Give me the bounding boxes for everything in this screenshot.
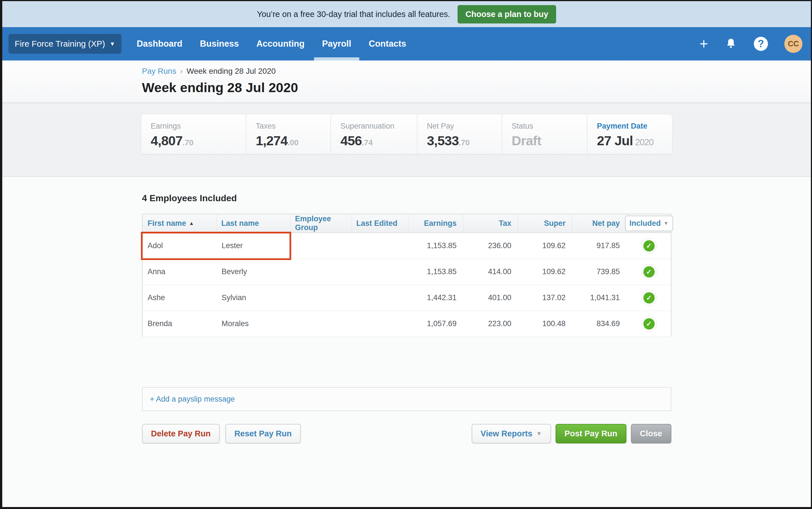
card-earnings: Earnings 4,807.70 <box>141 114 246 154</box>
cell-last-name: Morales <box>217 319 290 328</box>
sort-ascending-icon: ▲ <box>189 220 194 226</box>
trial-message: You’re on a free 30-day trial that inclu… <box>257 10 450 19</box>
chevron-down-icon: ▼ <box>536 431 542 437</box>
cell-net-pay: 917.85 <box>572 241 626 250</box>
nav-menu: Dashboard Business Accounting Payroll Co… <box>137 27 406 61</box>
table-row[interactable]: Anna Beverly 1,153.85 414.00 109.62 739.… <box>142 259 671 285</box>
view-reports-button[interactable]: View Reports ▼ <box>472 424 551 443</box>
table-row[interactable]: Adol Lester 1,153.85 236.00 109.62 917.8… <box>142 233 671 259</box>
cell-earnings: 1,153.85 <box>408 241 463 250</box>
col-header-employee-group[interactable]: Employee Group <box>290 214 352 232</box>
cell-last-name: Sylvian <box>217 293 290 302</box>
cell-earnings: 1,153.85 <box>408 267 463 276</box>
cell-tax: 401.00 <box>463 293 518 302</box>
main-content: 4 Employees Included First name▲ Last na… <box>142 177 671 443</box>
page-title: Week ending 28 Jul 2020 <box>142 80 671 95</box>
col-header-earnings[interactable]: Earnings <box>408 214 463 232</box>
cell-first-name: Adol <box>143 241 217 250</box>
col-header-last-name[interactable]: Last name <box>217 214 290 232</box>
cell-net-pay: 739.85 <box>572 267 626 276</box>
cell-tax: 414.00 <box>463 267 518 276</box>
cell-tax: 236.00 <box>463 241 518 250</box>
delete-pay-run-button[interactable]: Delete Pay Run <box>142 424 220 443</box>
cell-super: 137.02 <box>518 293 572 302</box>
reset-pay-run-button[interactable]: Reset Pay Run <box>225 424 301 443</box>
col-header-super[interactable]: Super <box>518 214 572 232</box>
cell-earnings: 1,057.69 <box>408 319 463 328</box>
cell-first-name: Anna <box>143 267 217 276</box>
cell-super: 109.62 <box>518 241 572 250</box>
col-header-last-edited[interactable]: Last Edited <box>352 214 408 232</box>
card-net-pay: Net Pay 3,533.70 <box>417 114 502 154</box>
avatar[interactable]: CC <box>784 35 802 53</box>
plus-icon[interactable]: + <box>700 36 708 51</box>
summary-band: Earnings 4,807.70 Taxes 1,274.00 Superan… <box>2 103 811 177</box>
action-bar: Delete Pay Run Reset Pay Run View Report… <box>142 424 671 443</box>
close-button[interactable]: Close <box>631 424 671 443</box>
table-row[interactable]: Ashe Sylvian 1,442.31 401.00 137.02 1,04… <box>142 285 671 311</box>
nav-item-business[interactable]: Business <box>200 27 239 61</box>
org-name: Fire Force Training (XP) <box>15 39 105 48</box>
chevron-down-icon: ▼ <box>664 220 669 226</box>
help-icon[interactable]: ? <box>754 37 768 51</box>
navbar: Fire Force Training (XP) ▼ Dashboard Bus… <box>2 27 811 61</box>
cell-net-pay: 1,041.31 <box>572 293 626 302</box>
card-taxes: Taxes 1,274.00 <box>246 114 330 154</box>
nav-item-dashboard[interactable]: Dashboard <box>137 27 182 61</box>
nav-item-payroll[interactable]: Payroll <box>322 27 351 61</box>
cell-earnings: 1,442.31 <box>408 293 463 302</box>
page-header: Pay Runs › Week ending 28 Jul 2020 Week … <box>2 61 811 103</box>
nav-item-accounting[interactable]: Accounting <box>256 27 305 61</box>
employees-heading: 4 Employees Included <box>142 193 671 203</box>
nav-item-contacts[interactable]: Contacts <box>369 27 406 61</box>
col-header-included: Included ▼ <box>626 214 672 232</box>
nav-right-icons: + ? CC <box>700 35 802 53</box>
table-row[interactable]: Brenda Morales 1,057.69 223.00 100.48 83… <box>142 311 671 337</box>
cell-first-name: Brenda <box>143 319 217 328</box>
included-filter-button[interactable]: Included ▼ <box>625 216 673 231</box>
included-check-icon[interactable]: ✓ <box>643 266 655 277</box>
cell-last-name: Beverly <box>217 267 290 276</box>
cell-tax: 223.00 <box>463 319 518 328</box>
cell-last-name: Lester <box>217 241 290 250</box>
included-check-icon[interactable]: ✓ <box>643 318 655 330</box>
cell-super: 100.48 <box>518 319 572 328</box>
status-badge: Draft <box>512 133 587 148</box>
breadcrumb-current: Week ending 28 Jul 2020 <box>187 67 276 76</box>
included-check-icon[interactable]: ✓ <box>643 292 655 304</box>
chevron-down-icon: ▼ <box>110 41 115 47</box>
card-status: Status Draft <box>502 114 587 154</box>
cell-first-name: Ashe <box>143 293 217 302</box>
add-payslip-message-link[interactable]: + Add a payslip message <box>150 395 235 404</box>
org-selector[interactable]: Fire Force Training (XP) ▼ <box>8 34 121 54</box>
breadcrumb: Pay Runs › Week ending 28 Jul 2020 <box>142 67 671 76</box>
col-header-tax[interactable]: Tax <box>463 214 518 232</box>
col-header-first-name[interactable]: First name▲ <box>143 214 217 232</box>
employees-table: First name▲ Last name Employee Group Las… <box>142 214 671 337</box>
cell-super: 109.62 <box>518 267 572 276</box>
summary-cards: Earnings 4,807.70 Taxes 1,274.00 Superan… <box>141 114 672 154</box>
card-payment-date[interactable]: Payment Date 27 Jul2020 <box>587 114 672 154</box>
bell-icon[interactable] <box>725 37 737 50</box>
choose-plan-button[interactable]: Choose a plan to buy <box>457 5 556 24</box>
included-check-icon[interactable]: ✓ <box>643 240 655 251</box>
card-superannuation: Superannuation 456.74 <box>330 114 417 154</box>
active-tab-underline <box>314 57 359 61</box>
col-header-net-pay[interactable]: Net pay <box>572 214 626 232</box>
breadcrumb-separator-icon: › <box>180 67 183 76</box>
app-window: You’re on a free 30-day trial that inclu… <box>0 0 812 509</box>
table-header-row: First name▲ Last name Employee Group Las… <box>142 214 671 233</box>
breadcrumb-pay-runs-link[interactable]: Pay Runs <box>142 67 176 76</box>
cell-net-pay: 834.69 <box>572 319 626 328</box>
payslip-message-box: + Add a payslip message <box>142 387 671 411</box>
trial-banner: You’re on a free 30-day trial that inclu… <box>2 1 811 27</box>
post-pay-run-button[interactable]: Post Pay Run <box>556 424 626 443</box>
